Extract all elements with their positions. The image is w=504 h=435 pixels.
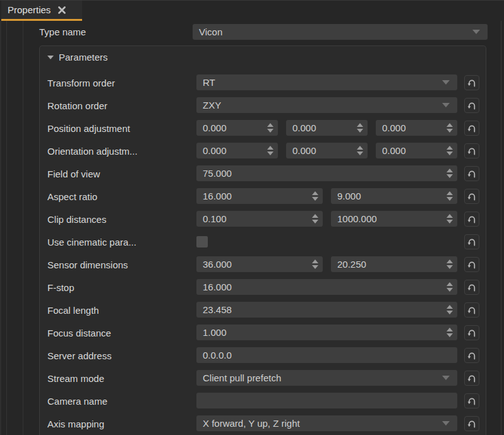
spinner-up-icon[interactable] (312, 191, 318, 195)
spinner-buttons[interactable] (447, 325, 453, 340)
spinbox-input[interactable] (196, 188, 323, 204)
section-header-parameters[interactable]: Parameters (47, 52, 108, 63)
collapse-triangle-icon[interactable] (47, 56, 54, 59)
spinner-buttons[interactable] (267, 143, 273, 158)
spinner-up-icon[interactable] (267, 123, 273, 127)
spinner-down-icon[interactable] (447, 197, 453, 201)
reset-button[interactable] (464, 143, 479, 158)
spinner-up-icon[interactable] (447, 123, 453, 127)
reset-button[interactable] (464, 166, 479, 181)
reset-button[interactable] (464, 348, 479, 363)
spinbox-input[interactable] (286, 143, 368, 158)
spinner-down-icon[interactable] (357, 152, 363, 155)
spinner-buttons[interactable] (447, 188, 453, 204)
spinner-buttons[interactable] (447, 165, 453, 181)
spinbox-input[interactable] (331, 188, 457, 204)
spinner-up-icon[interactable] (447, 259, 453, 263)
reset-button[interactable] (464, 371, 479, 386)
spinner-down-icon[interactable] (447, 333, 453, 337)
property-label: Aspect ratio (47, 185, 97, 208)
spinner-up-icon[interactable] (447, 169, 453, 172)
spinbox-input[interactable] (196, 279, 457, 295)
reset-button[interactable] (464, 416, 479, 431)
text-input[interactable] (196, 393, 457, 408)
dropdown-field[interactable]: RT (196, 74, 457, 90)
spinbox-input[interactable] (196, 165, 457, 181)
spinner-up-icon[interactable] (447, 282, 453, 286)
spinner-up-icon[interactable] (447, 146, 453, 150)
spinner-buttons[interactable] (447, 302, 453, 318)
spinner-down-icon[interactable] (447, 220, 453, 223)
checkbox[interactable] (196, 236, 208, 247)
spinner-up-icon[interactable] (357, 123, 363, 127)
text-field (196, 393, 457, 408)
spinbox-input[interactable] (376, 120, 457, 136)
spinner-buttons[interactable] (447, 120, 453, 136)
reset-button[interactable] (464, 121, 479, 136)
reset-button[interactable] (464, 302, 479, 318)
spinner-up-icon[interactable] (357, 146, 363, 150)
property-row: Focus distance (40, 321, 486, 344)
reset-button[interactable] (464, 189, 479, 204)
spinner-down-icon[interactable] (312, 197, 318, 201)
property-row: Field of view (40, 162, 486, 185)
spinbox-input[interactable] (196, 325, 457, 340)
spinbox-input[interactable] (331, 256, 457, 272)
spinbox-field (376, 143, 457, 158)
spinner-down-icon[interactable] (312, 265, 318, 269)
reset-button[interactable] (464, 393, 479, 408)
spinner-down-icon[interactable] (447, 129, 453, 133)
spinner-buttons[interactable] (312, 256, 318, 272)
reset-button[interactable] (464, 257, 479, 272)
spinner-up-icon[interactable] (312, 214, 318, 218)
spinner-buttons[interactable] (447, 256, 453, 272)
spinner-down-icon[interactable] (447, 311, 453, 314)
spinner-down-icon[interactable] (447, 174, 453, 178)
spinbox-input[interactable] (196, 211, 323, 227)
spinner-buttons[interactable] (447, 211, 453, 227)
text-input[interactable] (196, 347, 457, 363)
spinbox-input[interactable] (331, 211, 457, 227)
spinner-buttons[interactable] (447, 143, 453, 158)
dropdown-field[interactable]: X forward, Y up, Z right (196, 415, 457, 431)
reset-button[interactable] (464, 234, 479, 249)
spinner-down-icon[interactable] (357, 129, 363, 133)
spinbox-field (196, 143, 278, 158)
spinner-up-icon[interactable] (447, 191, 453, 195)
reset-button[interactable] (464, 212, 479, 227)
spinner-buttons[interactable] (312, 211, 318, 227)
spinner-up-icon[interactable] (312, 259, 318, 263)
spinbox-input[interactable] (196, 256, 323, 272)
close-icon[interactable] (57, 6, 66, 15)
spinner-buttons[interactable] (267, 120, 273, 136)
property-row: Sensor dimensions (40, 253, 486, 276)
spinbox-input[interactable] (196, 143, 278, 158)
tab-properties[interactable]: Properties (1, 1, 82, 19)
spinbox-input[interactable] (376, 143, 457, 158)
reset-button[interactable] (464, 98, 479, 113)
property-label: Sensor dimensions (47, 253, 128, 276)
spinner-buttons[interactable] (357, 143, 363, 158)
dropdown-field[interactable]: Client pull prefetch (196, 370, 457, 386)
spinbox-input[interactable] (196, 120, 278, 136)
spinner-up-icon[interactable] (447, 214, 453, 218)
spinbox-input[interactable] (196, 302, 457, 318)
spinner-up-icon[interactable] (447, 305, 453, 309)
spinner-up-icon[interactable] (447, 328, 453, 331)
spinner-down-icon[interactable] (267, 152, 273, 155)
spinner-buttons[interactable] (357, 120, 363, 136)
reset-button[interactable] (464, 325, 479, 340)
spinner-down-icon[interactable] (312, 220, 318, 223)
spinner-buttons[interactable] (312, 188, 318, 204)
spinner-down-icon[interactable] (447, 265, 453, 269)
spinner-buttons[interactable] (447, 279, 453, 295)
spinner-down-icon[interactable] (447, 152, 453, 155)
dropdown-field[interactable]: ZXY (196, 97, 457, 113)
spinbox-input[interactable] (286, 120, 368, 136)
type-name-dropdown[interactable]: Vicon (193, 24, 488, 40)
reset-button[interactable] (464, 75, 479, 90)
reset-button[interactable] (464, 280, 479, 295)
spinner-up-icon[interactable] (267, 146, 273, 150)
spinner-down-icon[interactable] (447, 288, 453, 292)
spinner-down-icon[interactable] (267, 129, 273, 133)
